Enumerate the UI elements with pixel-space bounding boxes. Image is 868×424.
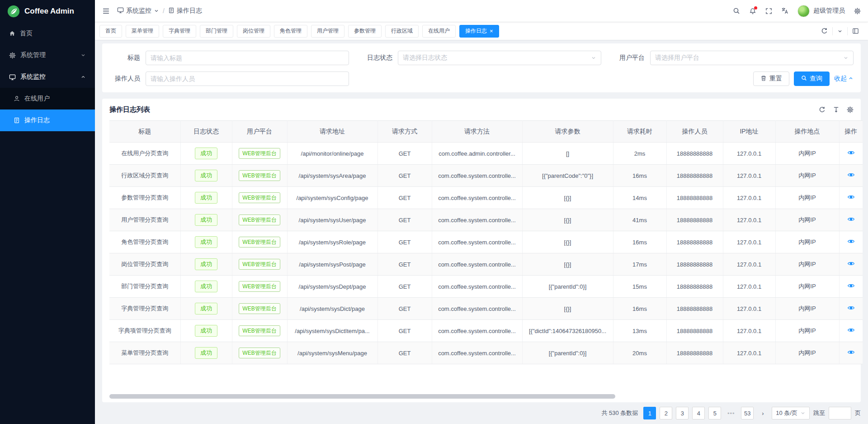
view-detail-eye-icon[interactable] <box>847 215 855 223</box>
cell-method: GET <box>377 320 432 342</box>
settings-gear-icon[interactable] <box>854 8 861 14</box>
sidebar-item-label: 系统监控 <box>20 73 46 81</box>
sidebar-menu: 首页系统管理系统监控在线用户操作日志 <box>0 23 95 131</box>
page-ellipsis[interactable]: ••• <box>725 407 737 419</box>
cell-location: 内网IP <box>775 276 839 298</box>
title-input[interactable] <box>146 51 349 65</box>
cell-operator: 18888888888 <box>666 298 723 320</box>
page-size-select[interactable]: 10 条/页 <box>772 407 810 419</box>
sidebar-item-operation-log[interactable]: 操作日志 <box>0 110 95 131</box>
cell-location: 内网IP <box>775 209 839 231</box>
page-button[interactable]: 5 <box>708 407 721 419</box>
view-detail-eye-icon[interactable] <box>847 304 855 312</box>
cell-ip: 127.0.0.1 <box>723 143 775 165</box>
sidebar-item-system-monitor[interactable]: 系统监控 <box>0 66 95 88</box>
cell-platform: WEB管理后台 <box>232 298 287 320</box>
cell-handler: com.coffee.system.controlle... <box>432 187 522 209</box>
table-row: 部门管理分页查询成功WEB管理后台/api/system/sysDept/pag… <box>109 276 863 298</box>
tab[interactable]: 字典管理 <box>163 25 196 38</box>
page-button[interactable]: 2 <box>660 407 672 419</box>
tab-label: 首页 <box>105 27 116 35</box>
status-badge: 成功 <box>195 347 217 359</box>
view-detail-eye-icon[interactable] <box>847 260 855 267</box>
search-icon[interactable] <box>733 7 740 14</box>
cell-method: GET <box>377 298 432 320</box>
cell-title: 菜单管理分页查询 <box>109 342 180 364</box>
tab[interactable]: 操作日志× <box>459 25 499 38</box>
tab[interactable]: 首页 <box>99 25 122 38</box>
breadcrumb-item[interactable]: 系统监控 <box>117 7 159 15</box>
reset-button[interactable]: 重置 <box>753 71 789 86</box>
app-logo[interactable]: Coffee Admin <box>0 0 95 23</box>
tab[interactable]: 行政区域 <box>385 25 419 38</box>
layout-panel-icon[interactable] <box>848 25 863 38</box>
cell-title: 部门管理分页查询 <box>109 276 180 298</box>
monitor-icon <box>9 74 16 81</box>
page-button[interactable]: 4 <box>692 407 705 419</box>
column-header: 日志状态 <box>180 121 232 143</box>
cell-method: GET <box>377 209 432 231</box>
platform-select-placeholder: 请选择用户平台 <box>655 54 699 62</box>
column-settings-gear-icon[interactable] <box>847 106 854 113</box>
refresh-table-icon[interactable] <box>819 106 826 113</box>
cell-title: 字典管理分页查询 <box>109 298 180 320</box>
tab-options-chevron-down-icon[interactable] <box>833 25 847 38</box>
view-detail-eye-icon[interactable] <box>847 348 855 356</box>
cell-status: 成功 <box>180 298 232 320</box>
status-select-placeholder: 请选择日志状态 <box>403 54 447 62</box>
cell-duration: 2ms <box>613 143 666 165</box>
sidebar-collapse-icon[interactable] <box>102 7 110 15</box>
cell-handler: com.coffee.system.controlle... <box>432 342 522 364</box>
tab[interactable]: 用户管理 <box>311 25 344 38</box>
jump-page-input[interactable] <box>829 407 851 419</box>
platform-badge: WEB管理后台 <box>239 192 280 203</box>
cell-ip: 127.0.0.1 <box>723 253 775 276</box>
gear-icon <box>9 52 16 59</box>
breadcrumb-item[interactable]: 操作日志 <box>168 7 202 15</box>
tab[interactable]: 角色管理 <box>274 25 307 38</box>
collapse-filters-link[interactable]: 收起 <box>834 75 854 83</box>
status-badge: 成功 <box>195 148 217 159</box>
cell-platform: WEB管理后台 <box>232 143 287 165</box>
page-button[interactable]: 1 <box>643 407 656 419</box>
next-page-button[interactable]: › <box>757 407 768 419</box>
tab[interactable]: 岗位管理 <box>237 25 270 38</box>
operator-input[interactable] <box>146 71 349 86</box>
trash-icon <box>760 75 767 83</box>
page-button[interactable]: 53 <box>741 407 754 419</box>
status-label: 日志状态 <box>362 54 398 62</box>
pagination-pages: 12345•••53 <box>643 407 754 419</box>
view-detail-eye-icon[interactable] <box>847 171 855 179</box>
view-detail-eye-icon[interactable] <box>847 193 855 201</box>
scrollbar-thumb[interactable] <box>109 394 615 399</box>
horizontal-scrollbar[interactable] <box>109 394 854 399</box>
cell-method: GET <box>377 253 432 276</box>
sidebar-item-home[interactable]: 首页 <box>0 23 95 44</box>
refresh-tab-icon[interactable] <box>816 25 832 38</box>
tab[interactable]: 在线用户 <box>422 25 456 38</box>
user-menu[interactable]: 超级管理员 <box>797 5 845 17</box>
cell-actions <box>839 209 863 231</box>
tab[interactable]: 菜单管理 <box>126 25 159 38</box>
page-button[interactable]: 3 <box>676 407 689 419</box>
view-detail-eye-icon[interactable] <box>847 326 855 334</box>
tab-label: 岗位管理 <box>243 27 264 35</box>
view-detail-eye-icon[interactable] <box>847 149 855 157</box>
fullscreen-icon[interactable] <box>765 8 772 14</box>
translate-icon[interactable] <box>781 7 788 14</box>
status-badge: 成功 <box>195 325 217 337</box>
view-detail-eye-icon[interactable] <box>847 282 855 290</box>
row-height-icon[interactable] <box>833 106 840 113</box>
close-icon[interactable]: × <box>490 28 493 34</box>
view-detail-eye-icon[interactable] <box>847 238 855 245</box>
tab-label: 角色管理 <box>280 27 302 35</box>
notification-bell-icon[interactable] <box>749 7 756 14</box>
platform-select[interactable]: 请选择用户平台 <box>650 51 854 65</box>
search-button[interactable]: 查询 <box>794 71 830 86</box>
tab[interactable]: 部门管理 <box>200 25 233 38</box>
sidebar-item-online-users[interactable]: 在线用户 <box>0 88 95 110</box>
sidebar-item-system-management[interactable]: 系统管理 <box>0 44 95 66</box>
status-select[interactable]: 请选择日志状态 <box>398 51 601 65</box>
tab[interactable]: 参数管理 <box>348 25 382 38</box>
platform-badge: WEB管理后台 <box>239 259 280 270</box>
